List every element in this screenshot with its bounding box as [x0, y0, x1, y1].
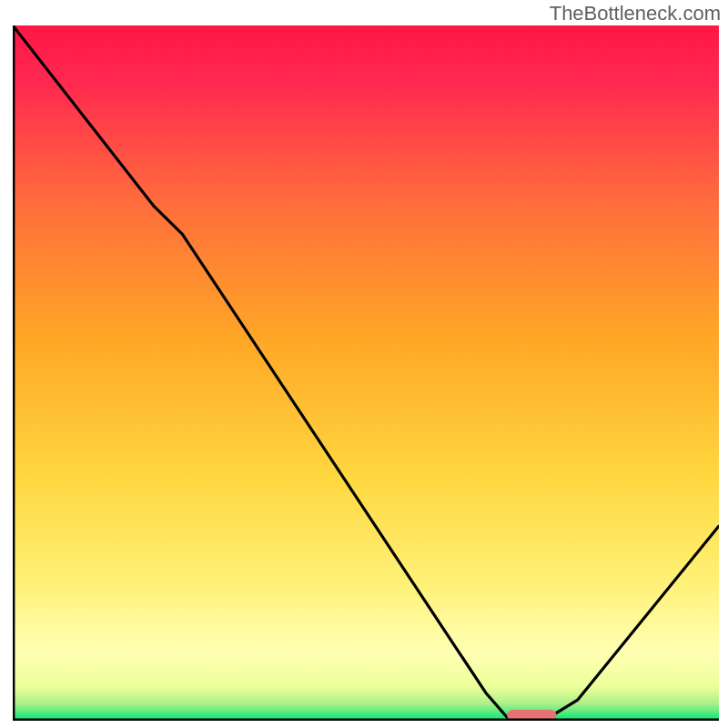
chart-svg [13, 25, 719, 721]
chart-container: TheBottleneck.com [0, 0, 728, 728]
plot-area [13, 25, 719, 721]
svg-rect-0 [13, 25, 719, 721]
watermark-text: TheBottleneck.com [550, 2, 721, 25]
